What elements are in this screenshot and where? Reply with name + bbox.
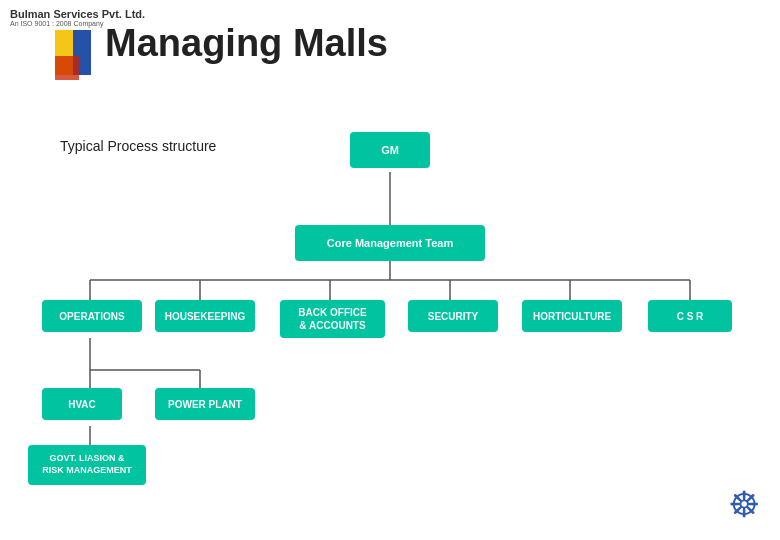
hvac-node: HVAC	[42, 388, 122, 420]
core-box: Core Management Team	[295, 225, 485, 261]
backoffice-node: BACK OFFICE& ACCOUNTS	[280, 300, 385, 338]
subtitle-label: Typical Process structure	[60, 138, 216, 154]
csr-node: C S R	[648, 300, 732, 332]
security-box: SECURITY	[408, 300, 498, 332]
operations-box: OPERATIONS	[42, 300, 142, 332]
govt-liasion-node: GOVT. LIASION &RISK MANAGEMENT	[28, 445, 146, 485]
govt-liasion-box: GOVT. LIASION &RISK MANAGEMENT	[28, 445, 146, 485]
hvac-box: HVAC	[42, 388, 122, 420]
housekeeping-node: HOUSEKEEPING	[155, 300, 255, 332]
housekeeping-box: HOUSEKEEPING	[155, 300, 255, 332]
security-node: SECURITY	[408, 300, 498, 332]
company-name: Bulman Services Pvt. Ltd.	[10, 8, 145, 20]
page-title: Managing Malls	[105, 22, 388, 65]
deco-red	[55, 56, 79, 80]
org-chart-wrapper: Typical Process structure GM Core Manage…	[0, 120, 780, 540]
powerplant-node: POWER PLANT	[155, 388, 255, 420]
powerplant-box: POWER PLANT	[155, 388, 255, 420]
horticulture-box: HORTICULTURE	[522, 300, 622, 332]
gm-node: GM	[350, 132, 430, 168]
horticulture-node: HORTICULTURE	[522, 300, 622, 332]
wheel-icon: ☸	[728, 484, 760, 526]
csr-box: C S R	[648, 300, 732, 332]
gm-box: GM	[350, 132, 430, 168]
operations-node: OPERATIONS	[42, 300, 142, 332]
backoffice-box: BACK OFFICE& ACCOUNTS	[280, 300, 385, 338]
core-node: Core Management Team	[295, 225, 485, 261]
